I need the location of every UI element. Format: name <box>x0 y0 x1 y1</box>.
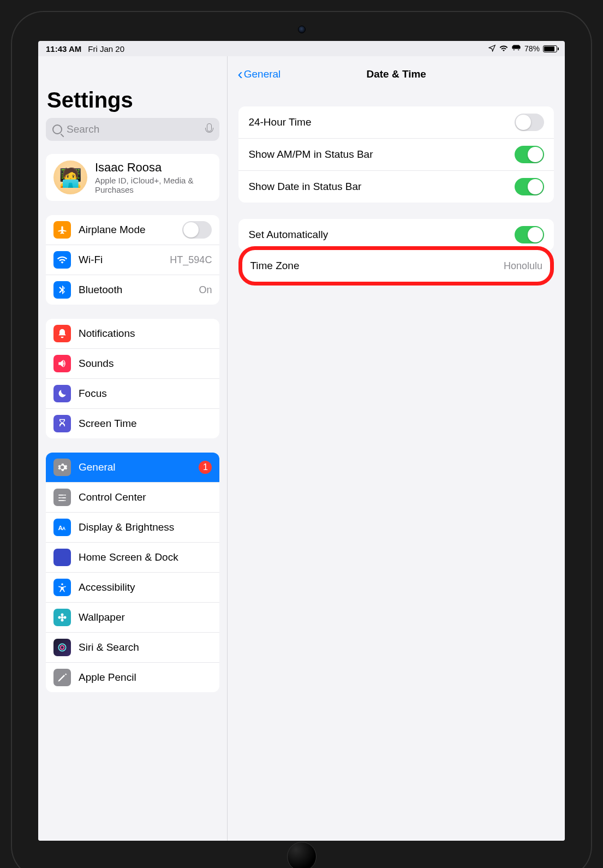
airplane-label: Airplane Mode <box>79 224 175 236</box>
back-button[interactable]: ‹ General <box>237 67 280 82</box>
front-camera <box>298 26 306 33</box>
screen-time-row[interactable]: Screen Time <box>46 408 219 438</box>
wifi-row-icon <box>53 251 71 269</box>
profile-name: Isaac Roosa <box>95 160 210 175</box>
settings-sidebar: Settings Search 🧑‍💻 Isaac Roosa Apple ID… <box>38 56 228 841</box>
wifi-label: Wi-Fi <box>79 254 162 266</box>
apple-pencil-label: Apple Pencil <box>79 671 212 683</box>
show-ampm-label: Show AM/PM in Status Bar <box>248 148 373 160</box>
search-field[interactable]: Search <box>46 118 219 141</box>
notifications-label: Notifications <box>79 328 212 340</box>
detail-pane: ‹ General Date & Time 24-Hour Time Show … <box>228 56 565 841</box>
moon-icon <box>53 385 71 402</box>
twenty-four-hour-label: 24-Hour Time <box>248 116 311 128</box>
sliders-icon <box>53 489 71 506</box>
general-label: General <box>79 461 191 473</box>
timezone-highlight: Time Zone Honolulu <box>238 246 554 286</box>
status-date: Fri Jan 20 <box>88 44 124 53</box>
wallpaper-row[interactable]: Wallpaper <box>46 602 219 632</box>
display-row[interactable]: AA Display & Brightness <box>46 512 219 542</box>
profile-subtitle: Apple ID, iCloud+, Media & Purchases <box>95 176 210 194</box>
bell-icon <box>53 325 71 342</box>
general-row[interactable]: General 1 <box>46 453 219 482</box>
general-badge: 1 <box>199 461 212 474</box>
svg-point-4 <box>58 644 65 651</box>
detail-nav: ‹ General Date & Time <box>228 56 565 87</box>
chevron-left-icon: ‹ <box>237 67 242 82</box>
show-date-row[interactable]: Show Date in Status Bar <box>238 170 554 203</box>
battery-percent: 78% <box>524 44 540 53</box>
bluetooth-row[interactable]: Bluetooth On <box>46 275 219 305</box>
carplay-icon <box>511 44 521 53</box>
siri-row[interactable]: Siri & Search <box>46 632 219 662</box>
sounds-label: Sounds <box>79 358 212 370</box>
control-center-row[interactable]: Control Center <box>46 482 219 512</box>
search-icon <box>52 124 62 134</box>
display-label: Display & Brightness <box>79 521 212 533</box>
wifi-row[interactable]: Wi-Fi HT_594C <box>46 245 219 275</box>
bluetooth-value: On <box>199 284 212 296</box>
notifications-row[interactable]: Notifications <box>46 319 219 348</box>
home-screen-row[interactable]: Home Screen & Dock <box>46 542 219 572</box>
time-format-group: 24-Hour Time Show AM/PM in Status Bar Sh… <box>238 106 554 203</box>
status-time: 11:43 AM <box>46 44 81 53</box>
app-grid-icon <box>53 549 71 566</box>
location-icon <box>488 44 496 53</box>
svg-point-5 <box>61 646 64 650</box>
back-label: General <box>244 68 281 80</box>
wifi-value: HT_594C <box>170 254 212 266</box>
focus-row[interactable]: Focus <box>46 378 219 408</box>
show-ampm-row[interactable]: Show AM/PM in Status Bar <box>238 138 554 170</box>
gear-icon <box>53 459 71 476</box>
text-size-icon: AA <box>53 519 71 536</box>
screen: 11:43 AM Fri Jan 20 78% Settings <box>38 41 565 841</box>
home-screen-label: Home Screen & Dock <box>79 551 212 563</box>
set-auto-toggle[interactable] <box>515 226 544 243</box>
focus-label: Focus <box>79 388 212 400</box>
timezone-value: Honolulu <box>504 260 542 272</box>
avatar: 🧑‍💻 <box>53 160 87 194</box>
show-ampm-toggle[interactable] <box>515 146 544 163</box>
settings-title: Settings <box>46 56 219 118</box>
siri-label: Siri & Search <box>79 641 212 653</box>
twenty-four-hour-row[interactable]: 24-Hour Time <box>238 106 554 138</box>
home-button[interactable] <box>287 842 317 868</box>
show-date-toggle[interactable] <box>515 178 544 195</box>
siri-icon <box>53 639 71 656</box>
dictation-icon[interactable] <box>205 123 213 135</box>
bluetooth-icon <box>53 281 71 299</box>
control-center-label: Control Center <box>79 491 212 503</box>
timezone-row[interactable]: Time Zone Honolulu <box>242 250 550 282</box>
screentime-label: Screen Time <box>79 418 212 430</box>
accessibility-icon <box>53 579 71 596</box>
sounds-row[interactable]: Sounds <box>46 348 219 378</box>
wifi-icon <box>499 44 508 53</box>
status-bar: 11:43 AM Fri Jan 20 78% <box>38 41 565 56</box>
apple-pencil-row[interactable]: Apple Pencil <box>46 662 219 692</box>
apple-id-row[interactable]: 🧑‍💻 Isaac Roosa Apple ID, iCloud+, Media… <box>46 154 219 201</box>
airplane-icon <box>53 221 71 239</box>
svg-text:A: A <box>62 526 65 531</box>
airplane-mode-row[interactable]: Airplane Mode <box>46 215 219 245</box>
set-auto-label: Set Automatically <box>248 229 328 241</box>
flower-icon <box>53 609 71 626</box>
hourglass-icon <box>53 415 71 432</box>
wallpaper-label: Wallpaper <box>79 611 212 623</box>
timezone-label: Time Zone <box>250 260 299 272</box>
airplane-toggle[interactable] <box>182 221 212 239</box>
show-date-label: Show Date in Status Bar <box>248 181 361 193</box>
pencil-icon <box>53 669 71 686</box>
battery-icon <box>543 45 557 52</box>
accessibility-row[interactable]: Accessibility <box>46 572 219 602</box>
accessibility-label: Accessibility <box>79 581 212 593</box>
svg-point-2 <box>61 584 63 585</box>
twenty-four-hour-toggle[interactable] <box>515 114 544 131</box>
speaker-icon <box>53 355 71 372</box>
search-placeholder: Search <box>67 123 201 135</box>
bluetooth-label: Bluetooth <box>79 284 191 296</box>
svg-point-3 <box>61 616 64 619</box>
ipad-device-frame: 11:43 AM Fri Jan 20 78% Settings <box>11 11 592 868</box>
